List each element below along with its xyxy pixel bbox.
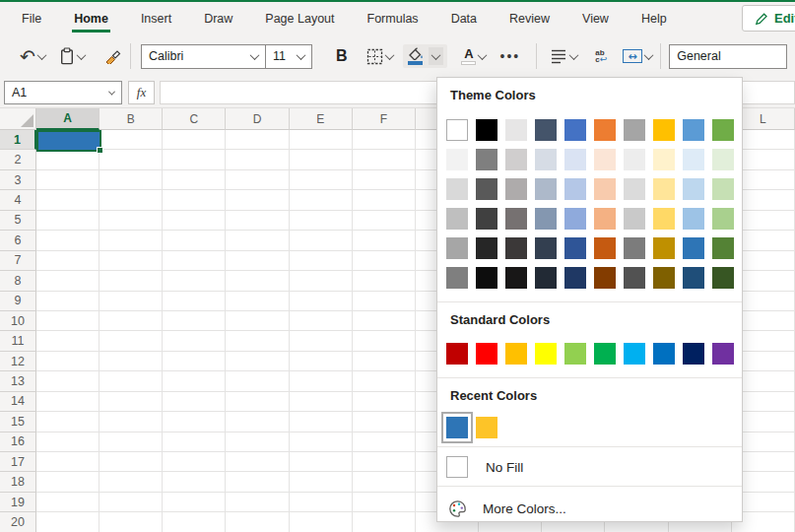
number-format-combobox[interactable]: General — [669, 44, 787, 69]
theme-color-swatch[interactable] — [712, 267, 734, 289]
cell-C17[interactable] — [163, 452, 226, 472]
theme-color-swatch[interactable] — [505, 119, 527, 141]
theme-color-swatch[interactable] — [446, 178, 468, 200]
cell-E12[interactable] — [290, 352, 353, 371]
theme-color-swatch[interactable] — [476, 267, 497, 289]
cell-B20[interactable] — [99, 512, 163, 532]
cell-D11[interactable] — [226, 331, 289, 351]
wrap-text-button[interactable]: ab c↩ — [595, 49, 607, 63]
cell-B4[interactable] — [99, 190, 163, 210]
menu-tab-help[interactable]: Help — [641, 2, 667, 35]
row-header-8[interactable]: 8 — [0, 271, 36, 291]
cell-B10[interactable] — [99, 311, 163, 331]
theme-color-swatch[interactable] — [594, 178, 616, 200]
theme-color-swatch[interactable] — [653, 208, 675, 230]
alignment-button[interactable] — [551, 48, 577, 64]
row-header-14[interactable]: 14 — [0, 392, 36, 412]
cell-C12[interactable] — [163, 352, 226, 371]
cell-C13[interactable] — [163, 371, 226, 391]
cell-B18[interactable] — [99, 472, 163, 492]
theme-color-swatch[interactable] — [683, 208, 704, 230]
cell-F13[interactable] — [353, 371, 416, 391]
cell-D10[interactable] — [226, 311, 289, 331]
cell-A20[interactable] — [36, 512, 99, 532]
theme-color-swatch[interactable] — [683, 149, 704, 170]
theme-color-swatch[interactable] — [476, 119, 497, 141]
cell-B5[interactable] — [99, 211, 163, 231]
cell-C6[interactable] — [163, 231, 226, 250]
theme-color-swatch[interactable] — [476, 178, 497, 200]
theme-color-swatch[interactable] — [683, 237, 704, 259]
cell-B12[interactable] — [99, 352, 163, 371]
cell-D3[interactable] — [226, 170, 289, 190]
row-header-4[interactable]: 4 — [0, 190, 36, 210]
cell-A16[interactable] — [36, 432, 99, 452]
cell-A8[interactable] — [36, 271, 99, 291]
row-header-9[interactable]: 9 — [0, 292, 36, 311]
standard-color-swatch[interactable] — [564, 343, 586, 365]
recent-color-swatch[interactable] — [476, 417, 497, 438]
menu-tab-file[interactable]: File — [22, 2, 41, 35]
theme-color-swatch[interactable] — [624, 178, 645, 200]
theme-color-swatch[interactable] — [446, 267, 468, 289]
cell-C10[interactable] — [163, 311, 226, 331]
theme-color-swatch[interactable] — [712, 208, 734, 230]
row-header-15[interactable]: 15 — [0, 412, 36, 432]
theme-color-swatch[interactable] — [624, 237, 645, 259]
theme-color-swatch[interactable] — [535, 178, 557, 200]
theme-color-swatch[interactable] — [683, 119, 704, 141]
theme-color-swatch[interactable] — [712, 119, 734, 141]
column-header-A[interactable]: A — [36, 108, 99, 130]
standard-color-swatch[interactable] — [505, 343, 527, 365]
column-header-D[interactable]: D — [226, 108, 289, 130]
cell-A7[interactable] — [36, 251, 99, 271]
borders-button[interactable] — [366, 48, 393, 65]
recent-color-swatch[interactable] — [446, 417, 468, 438]
fill-color-dropdown-toggle[interactable] — [429, 47, 443, 65]
theme-color-swatch[interactable] — [476, 208, 497, 230]
column-header-F[interactable]: F — [353, 108, 416, 130]
selected-cell-A1[interactable] — [36, 130, 101, 152]
standard-color-swatch[interactable] — [653, 343, 675, 365]
cell-A9[interactable] — [36, 292, 99, 311]
cell-C11[interactable] — [163, 331, 226, 351]
more-colors-option[interactable]: More Colors... — [446, 498, 742, 519]
cell-C19[interactable] — [163, 493, 226, 512]
theme-color-swatch[interactable] — [564, 237, 586, 259]
menu-tab-data[interactable]: Data — [451, 2, 477, 35]
cell-C9[interactable] — [163, 292, 226, 311]
theme-color-swatch[interactable] — [712, 149, 734, 170]
theme-color-swatch[interactable] — [564, 149, 586, 170]
theme-color-swatch[interactable] — [476, 149, 497, 170]
theme-color-swatch[interactable] — [535, 237, 557, 259]
theme-color-swatch[interactable] — [653, 178, 675, 200]
cell-D4[interactable] — [226, 190, 289, 210]
cell-C2[interactable] — [163, 150, 226, 169]
theme-color-swatch[interactable] — [594, 119, 616, 141]
cell-F12[interactable] — [353, 352, 416, 371]
column-header-B[interactable]: B — [99, 108, 163, 130]
format-painter-button[interactable] — [104, 48, 122, 64]
cell-A6[interactable] — [36, 231, 99, 250]
cell-F3[interactable] — [353, 170, 416, 190]
cell-B14[interactable] — [99, 392, 163, 412]
theme-color-swatch[interactable] — [505, 178, 527, 200]
cell-E16[interactable] — [290, 432, 353, 452]
cell-D1[interactable] — [226, 130, 289, 150]
undo-button[interactable]: ↶ — [20, 47, 45, 66]
cell-F15[interactable] — [353, 412, 416, 432]
row-header-17[interactable]: 17 — [0, 452, 36, 472]
cell-C8[interactable] — [163, 271, 226, 291]
cell-D18[interactable] — [226, 472, 289, 492]
cell-E9[interactable] — [290, 292, 353, 311]
cell-F10[interactable] — [353, 311, 416, 331]
column-header-C[interactable]: C — [163, 108, 226, 130]
cell-A3[interactable] — [36, 170, 99, 190]
cell-C15[interactable] — [163, 412, 226, 432]
cell-E3[interactable] — [290, 170, 353, 190]
menu-tab-formulas[interactable]: Formulas — [367, 2, 419, 35]
theme-color-swatch[interactable] — [712, 237, 734, 259]
cell-E20[interactable] — [290, 512, 353, 532]
cell-B13[interactable] — [99, 371, 163, 391]
theme-color-swatch[interactable] — [653, 119, 675, 141]
